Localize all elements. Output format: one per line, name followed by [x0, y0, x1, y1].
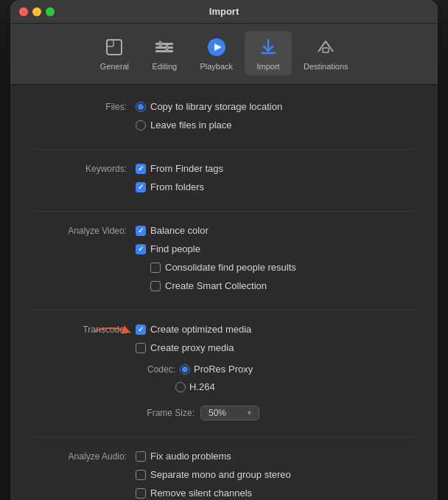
from-finder-tags-row: From Finder tags	[136, 162, 223, 176]
tab-playback-label: Playback	[200, 62, 233, 71]
find-people-row: Find people	[136, 242, 296, 257]
smart-collection-checkbox[interactable]	[150, 281, 161, 291]
codec-label: Codec:	[136, 364, 175, 375]
h264-radio[interactable]	[175, 382, 186, 392]
analyze-audio-controls: Fix audio problems Separate mono and gro…	[136, 449, 291, 500]
keywords-row: Keywords: From Finder tags From folders	[32, 162, 416, 195]
remove-silent-checkbox[interactable]	[136, 488, 146, 499]
svg-rect-6	[166, 45, 168, 50]
analyze-video-row: Analyze Video: Balance color Find people…	[32, 223, 416, 294]
prores-proxy-label: ProRes Proxy	[194, 362, 253, 377]
tab-destinations-label: Destinations	[304, 62, 349, 71]
create-proxy-row: Create proxy media	[136, 341, 259, 355]
from-folders-checkbox[interactable]	[136, 182, 146, 192]
from-finder-tags-checkbox[interactable]	[136, 164, 146, 174]
separate-mono-checkbox[interactable]	[136, 470, 146, 480]
separate-mono-label: Separate mono and group stereo	[150, 468, 291, 482]
analyze-video-label: Analyze Video:	[32, 223, 136, 238]
files-section: Files: Copy to library storage location …	[32, 100, 416, 150]
consolidate-label: Consolidate find people results	[165, 260, 296, 275]
transcode-row: Transcode: Create optimized media	[32, 322, 416, 420]
prores-proxy-row: ProRes Proxy	[180, 362, 253, 377]
tab-import[interactable]: Import	[245, 31, 292, 75]
find-people-checkbox[interactable]	[136, 244, 146, 254]
prores-proxy-radio[interactable]	[180, 364, 190, 375]
import-icon	[256, 35, 280, 59]
files-controls: Copy to library storage location Leave f…	[136, 100, 282, 133]
leave-in-place-radio[interactable]	[136, 120, 146, 131]
svg-rect-5	[159, 41, 161, 46]
leave-in-place-row: Leave files in place	[136, 118, 282, 133]
transcode-section: Transcode: Create optimized media	[32, 322, 416, 437]
from-folders-row: From folders	[136, 180, 223, 195]
fix-audio-checkbox[interactable]	[136, 451, 146, 462]
minimize-button[interactable]	[32, 7, 41, 16]
from-folders-label: From folders	[150, 180, 204, 195]
tab-general[interactable]: General	[91, 31, 138, 75]
framesize-value: 50%	[209, 408, 226, 418]
framesize-label: Frame Size:	[136, 408, 195, 418]
tab-playback[interactable]: Playback	[191, 31, 242, 75]
tab-import-label: Import	[256, 62, 279, 71]
general-icon	[102, 35, 126, 59]
create-optimized-label: Create optimized media	[150, 322, 251, 337]
codec-area: Codec: ProRes Proxy H.264	[136, 362, 259, 397]
maximize-button[interactable]	[46, 7, 55, 16]
copy-to-library-label: Copy to library storage location	[150, 100, 282, 114]
keywords-section: Keywords: From Finder tags From folders	[32, 162, 416, 212]
content-area: Files: Copy to library storage location …	[10, 85, 438, 500]
fix-audio-label: Fix audio problems	[150, 449, 231, 464]
smart-collection-row: Create Smart Collection	[150, 279, 296, 294]
create-optimized-container: Create optimized media	[136, 322, 259, 337]
window-title: Import	[209, 6, 239, 17]
annotation-arrow-svg	[91, 324, 132, 338]
traffic-lights	[19, 7, 55, 16]
analyze-audio-row: Analyze Audio: Fix audio problems Separa…	[32, 449, 416, 500]
analyze-audio-section: Analyze Audio: Fix audio problems Separa…	[32, 449, 416, 500]
playback-icon	[205, 35, 228, 59]
consolidate-row: Consolidate find people results	[150, 260, 296, 275]
analyze-video-section: Analyze Video: Balance color Find people…	[32, 223, 416, 310]
framesize-chevron-icon: ▼	[246, 409, 253, 417]
create-proxy-label: Create proxy media	[150, 341, 234, 355]
analyze-audio-label: Analyze Audio:	[32, 449, 136, 464]
keywords-label: Keywords:	[32, 162, 136, 176]
separate-mono-row: Separate mono and group stereo	[136, 468, 291, 482]
toolbar: General Editing P	[10, 24, 438, 85]
h264-row: H.264	[175, 380, 259, 395]
h264-option-row: H.264	[175, 380, 215, 395]
files-row: Files: Copy to library storage location …	[32, 100, 416, 133]
svg-rect-4	[155, 50, 173, 52]
svg-rect-0	[107, 40, 122, 55]
create-proxy-checkbox[interactable]	[136, 343, 146, 353]
tab-editing[interactable]: Editing	[141, 31, 188, 75]
balance-color-row: Balance color	[136, 223, 296, 238]
copy-to-library-radio[interactable]	[136, 102, 146, 112]
close-button[interactable]	[19, 7, 28, 16]
settings-window: Import General	[10, 0, 438, 500]
remove-silent-label: Remove silent channels	[150, 486, 252, 500]
balance-color-checkbox[interactable]	[136, 226, 146, 236]
titlebar: Import	[10, 0, 438, 24]
transcode-controls: Create optimized media	[136, 322, 259, 420]
files-label: Files:	[32, 100, 136, 114]
analyze-video-controls: Balance color Find people Consolidate fi…	[136, 223, 296, 294]
destinations-icon	[314, 35, 337, 59]
svg-rect-2	[155, 43, 173, 45]
svg-rect-9	[323, 48, 329, 52]
smart-collection-label: Create Smart Collection	[165, 279, 267, 294]
framesize-row: Frame Size: 50% ▼	[136, 406, 259, 420]
balance-color-label: Balance color	[150, 223, 209, 238]
find-people-label: Find people	[150, 242, 200, 257]
codec-row: Codec: ProRes Proxy	[136, 362, 259, 377]
editing-icon	[153, 35, 176, 59]
consolidate-checkbox[interactable]	[150, 263, 161, 273]
tab-destinations[interactable]: Destinations	[295, 31, 357, 75]
keywords-controls: From Finder tags From folders	[136, 162, 223, 195]
h264-label: H.264	[189, 380, 215, 395]
from-finder-tags-label: From Finder tags	[150, 162, 223, 176]
create-optimized-checkbox[interactable]	[136, 324, 146, 335]
framesize-dropdown[interactable]: 50% ▼	[200, 406, 259, 420]
remove-silent-row: Remove silent channels	[136, 486, 291, 500]
svg-rect-3	[155, 46, 173, 49]
